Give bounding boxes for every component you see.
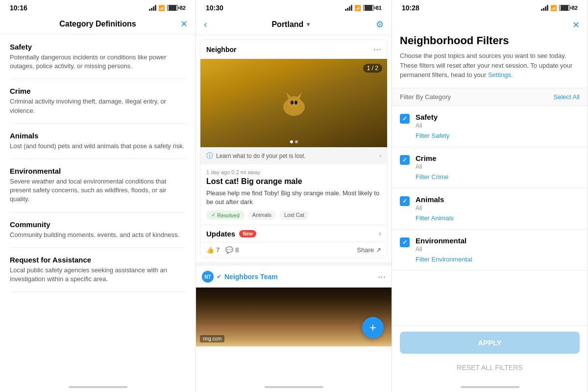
close-icon-3[interactable]: ✕ [572, 20, 580, 30]
check-icon: ✓ [402, 239, 407, 246]
new-badge: New [239, 230, 256, 237]
filter-title: Neighborhood Filters [392, 34, 588, 51]
feed-scroll[interactable]: Neighbor ⋯ [196, 35, 392, 382]
filter-name-animals: Animals [416, 195, 580, 204]
battery-pct-3: 82 [572, 5, 578, 11]
info-icon: ⓘ [206, 152, 213, 160]
battery-icon-1 [167, 5, 178, 11]
filter-crime-link[interactable]: Filter Crime [416, 173, 448, 181]
category-desc: Potentially dangerous incidents or condi… [10, 53, 186, 71]
time-1: 10:16 [10, 4, 27, 12]
checkbox-animals[interactable]: ✓ [400, 196, 410, 206]
filter-name-crime: Crime [416, 154, 580, 162]
panel1-header: Category Definitions ✕ [0, 14, 196, 35]
filter-by-category-label: Filter By Category [400, 93, 451, 101]
filter-safety-link[interactable]: Filter Safety [416, 132, 449, 139]
updates-chevron-icon: › [379, 229, 381, 238]
filter-environmental-link[interactable]: Filter Environmental [416, 256, 472, 263]
svg-marker-2 [286, 92, 291, 98]
wifi-icon-1: 📶 [158, 5, 165, 11]
share-icon: ↗ [376, 246, 381, 254]
dropdown-arrow-icon: ▼ [305, 21, 311, 28]
panel1-title: Category Definitions [59, 20, 136, 28]
category-name: Request for Assistance [10, 256, 186, 264]
more-options-icon[interactable]: ⋯ [373, 45, 381, 54]
post-meta: 1 day ago 0.2 mi away [200, 164, 387, 177]
next-post-image: ring.com + [196, 287, 392, 346]
filter-item-environmental: ✓ Environmental All Filter Environmental [392, 230, 588, 271]
updates-label: Updates [206, 230, 235, 238]
category-name: Crime [10, 87, 186, 95]
checkbox-environmental[interactable]: ✓ [400, 237, 410, 247]
share-label: Share [357, 246, 374, 254]
dot-1 [290, 140, 293, 143]
home-indicator-2 [196, 382, 392, 392]
time-3: 10:28 [402, 4, 419, 12]
panel3-header: ✕ [392, 14, 588, 34]
category-desc: Lost (and found) pets and wild animals t… [10, 142, 186, 151]
checkbox-crime[interactable]: ✓ [400, 155, 410, 165]
signal-icon-3 [541, 5, 548, 11]
back-button[interactable]: ‹ [204, 19, 207, 30]
reset-button[interactable]: RESET ALL FILTERS [400, 359, 580, 376]
category-item: Animals Lost (and found) pets and wild a… [10, 124, 186, 159]
tag-lostcat[interactable]: Lost Cat [279, 210, 309, 220]
share-button[interactable]: Share ↗ [357, 246, 381, 254]
check-icon: ✓ [402, 115, 407, 122]
location-selector[interactable]: Portland ▼ [271, 20, 311, 29]
image-dots [290, 140, 298, 143]
settings-icon[interactable]: ⚙ [376, 19, 384, 30]
category-item: Environmental Severe weather and local e… [10, 159, 186, 212]
filter-section-header: Filter By Category Select All [392, 88, 588, 106]
svg-marker-3 [297, 92, 302, 98]
status-bar-1: 10:16 📶 82 [0, 0, 196, 14]
checkbox-safety[interactable]: ✓ [400, 114, 410, 124]
tag-resolved[interactable]: Resolved [206, 210, 245, 220]
post-card-2: NT ✔ Neighbors Team ⋯ ring.com + [196, 262, 392, 346]
more-options-icon-2[interactable]: ⋯ [378, 272, 386, 282]
filter-item-safety: ✓ Safety All Filter Safety [392, 106, 588, 147]
poster-name[interactable]: Neighbors Team [224, 273, 278, 281]
wifi-icon-2: 📶 [354, 5, 361, 11]
comment-button[interactable]: 💬 8 [225, 246, 239, 254]
battery-pct-1: 82 [180, 5, 186, 11]
panel-category-definitions: 10:16 📶 82 Category Definitions ✕ Safety… [0, 0, 196, 392]
updates-row[interactable]: Updates New › [200, 225, 387, 242]
info-banner[interactable]: ⓘ Learn what to do if your pet is lost. … [200, 147, 387, 164]
info-text: Learn what to do if your pet is lost. [216, 153, 306, 159]
next-post-header: NT ✔ Neighbors Team ⋯ [196, 266, 392, 287]
chevron-right-icon: › [379, 153, 381, 159]
status-bar-3: 10:28 📶 82 [392, 0, 588, 14]
category-desc: Community building moments, events, and … [10, 231, 186, 239]
status-icons-2: 📶 81 [345, 5, 382, 11]
dot-2 [295, 140, 298, 143]
apply-button[interactable]: APPLY [400, 332, 580, 354]
post-source: Neighbor [206, 46, 236, 53]
action-row: 👍 7 💬 8 Share ↗ [200, 242, 387, 258]
category-item: Request for Assistance Local public safe… [10, 248, 186, 292]
filter-name-safety: Safety [416, 113, 580, 121]
filter-item-animals: ✓ Animals All Filter Animals [392, 188, 588, 230]
post-title: Lost cat! Big orange male [200, 177, 387, 189]
category-name: Environmental [10, 167, 186, 175]
filter-item-crime: ✓ Crime All Filter Crime [392, 147, 588, 188]
post-card-1: Neighbor ⋯ [200, 39, 388, 258]
category-item: Community Community building moments, ev… [10, 212, 186, 248]
panel-neighborhood-filters: 10:28 📶 82 ✕ Neighborhood Filters Choose… [392, 0, 588, 392]
select-all-button[interactable]: Select All [554, 93, 580, 101]
close-icon[interactable]: ✕ [180, 19, 188, 29]
check-icon: ✓ [402, 157, 407, 163]
like-button[interactable]: 👍 7 [206, 246, 220, 254]
category-name: Animals [10, 131, 186, 140]
settings-link[interactable]: Settings. [488, 71, 513, 78]
verified-icon: ✔ [217, 273, 221, 280]
time-2: 10:30 [206, 4, 223, 12]
filter-animals-link[interactable]: Filter Animals [416, 214, 454, 222]
tag-animals[interactable]: Animals [247, 210, 276, 220]
post-card-header: Neighbor ⋯ [200, 40, 387, 59]
filter-footer: APPLY RESET ALL FILTERS [392, 325, 588, 382]
image-counter: 1 / 2 [363, 64, 382, 73]
location-label: Portland [271, 20, 303, 29]
battery-icon-2 [363, 5, 374, 11]
avatar: NT [202, 271, 214, 283]
